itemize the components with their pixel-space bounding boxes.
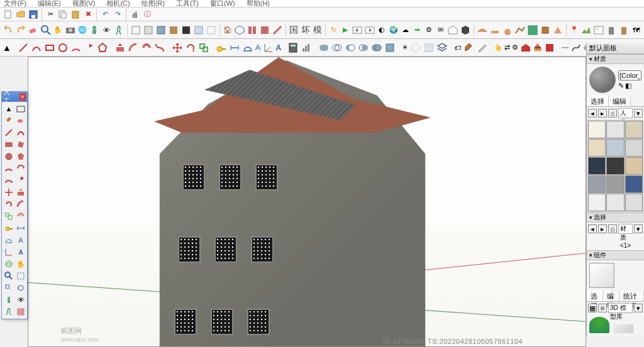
list-view-icon[interactable]: ≡: [598, 304, 607, 312]
scale-icon[interactable]: [3, 211, 14, 222]
tag-icon[interactable]: 🏷: [454, 41, 461, 55]
tape-icon[interactable]: [216, 41, 227, 55]
globe-icon[interactable]: 🌍: [389, 23, 399, 37]
tab-edit[interactable]: 编辑: [609, 96, 631, 106]
building-icon[interactable]: [606, 23, 617, 37]
position-camera-icon[interactable]: [3, 294, 14, 306]
style-mono-icon[interactable]: [180, 23, 192, 37]
polygon-icon[interactable]: [15, 151, 26, 162]
sandbox-4-icon[interactable]: [514, 23, 526, 37]
paste-icon[interactable]: [70, 9, 81, 20]
menu-file[interactable]: 文件(F): [4, 0, 26, 8]
look-around-icon[interactable]: 👁: [15, 294, 26, 306]
dropdown-arrow-icon[interactable]: ▾: [634, 224, 643, 233]
menu-tools[interactable]: 工具(T): [176, 0, 199, 8]
menu-help[interactable]: 帮助(H): [247, 0, 270, 8]
path-icon[interactable]: 〰: [562, 41, 569, 55]
ext-warehouse-icon[interactable]: [544, 41, 555, 55]
pie-icon[interactable]: [84, 41, 95, 55]
create-material-icon[interactable]: ✎: [618, 82, 624, 90]
color-building-icon[interactable]: [618, 23, 630, 37]
text-icon[interactable]: A: [255, 41, 261, 55]
settings-icon[interactable]: ⚙: [424, 23, 435, 37]
solid-subtract-icon[interactable]: [345, 41, 356, 55]
follow-me-icon[interactable]: [15, 199, 26, 210]
redo-icon[interactable]: [15, 23, 26, 37]
walk-icon[interactable]: [113, 23, 125, 37]
eraser-icon[interactable]: [28, 23, 39, 37]
component-item-tree[interactable]: [589, 317, 609, 333]
layers-icon[interactable]: [436, 41, 448, 55]
iso-icon[interactable]: [234, 23, 245, 37]
material-swatch[interactable]: [606, 139, 624, 157]
rectangle-icon[interactable]: [44, 41, 55, 55]
material-category-dropdown[interactable]: 人造表面: [618, 108, 633, 118]
fwd-arrow-icon[interactable]: ▸: [598, 224, 607, 233]
sandbox-2-icon[interactable]: [489, 23, 501, 37]
dimension-icon[interactable]: [229, 41, 240, 55]
material-swatch[interactable]: [606, 157, 624, 175]
solid-trim-icon[interactable]: [358, 41, 369, 55]
slideshow-back-icon[interactable]: [352, 23, 363, 37]
material-swatch[interactable]: [625, 175, 643, 193]
material-swatch[interactable]: [588, 139, 606, 157]
dropdown-arrow-icon[interactable]: ▾: [634, 304, 643, 312]
undo-icon[interactable]: [3, 23, 14, 37]
menu-window[interactable]: 窗口(W): [210, 0, 235, 8]
material-swatch[interactable]: [625, 139, 643, 157]
previous-view-icon[interactable]: [15, 282, 26, 294]
3d-text-icon[interactable]: A: [15, 246, 26, 258]
new-file-icon[interactable]: [3, 9, 14, 20]
rectangle-icon[interactable]: [3, 139, 14, 150]
style-shaded-icon[interactable]: [155, 23, 167, 37]
zh-tool-2-icon[interactable]: 坏: [301, 23, 311, 37]
solid-outer-icon[interactable]: [384, 41, 396, 55]
dropdown-arrow-icon[interactable]: ▾: [634, 109, 643, 118]
offset-icon[interactable]: [15, 211, 26, 222]
material-swatch[interactable]: [625, 194, 643, 211]
scale-icon[interactable]: [198, 41, 209, 55]
arc2-icon[interactable]: [15, 163, 26, 174]
text-label-icon[interactable]: A: [15, 234, 26, 246]
solid-split-icon[interactable]: [371, 41, 382, 55]
style-textured-icon[interactable]: [168, 23, 179, 37]
look-around-icon[interactable]: 👁: [101, 23, 112, 37]
large-toolset-panel[interactable]: 大工... × ▲ A A ✋ 👁: [1, 91, 28, 319]
select-section-header[interactable]: 选择: [587, 212, 644, 223]
dc-swap-icon[interactable]: ⇄: [504, 41, 510, 55]
home-icon[interactable]: ⌂: [608, 224, 617, 233]
paint-icon[interactable]: [463, 41, 474, 55]
calculator-icon[interactable]: [287, 41, 299, 55]
grid-view-icon[interactable]: ▦: [588, 304, 597, 312]
material-swatch[interactable]: [606, 175, 624, 193]
xray-icon[interactable]: [423, 41, 435, 55]
circle-icon[interactable]: [3, 151, 14, 162]
cut-icon[interactable]: ✂: [45, 9, 56, 20]
protractor-icon[interactable]: [242, 41, 253, 55]
material-swatch[interactable]: [588, 194, 606, 211]
image-icon[interactable]: [593, 23, 604, 37]
default-material-icon[interactable]: ◧: [625, 82, 631, 90]
rotate-icon[interactable]: [3, 199, 14, 210]
position-camera-icon[interactable]: [89, 23, 100, 37]
zoom-extents-icon[interactable]: [3, 282, 14, 294]
open-mail-icon[interactable]: [447, 23, 458, 37]
axes-icon[interactable]: [263, 41, 274, 55]
fwd-arrow-icon[interactable]: ▸: [598, 109, 607, 118]
line-icon[interactable]: [18, 41, 29, 55]
offset-icon[interactable]: [141, 41, 152, 55]
solid-intersect-icon[interactable]: [331, 41, 343, 55]
warehouse-icon[interactable]: [520, 41, 531, 55]
walk-icon[interactable]: [3, 306, 14, 317]
sandbox-7-icon[interactable]: [552, 23, 564, 37]
section-plane-icon[interactable]: [15, 306, 26, 317]
sandbox-3-icon[interactable]: [502, 23, 513, 37]
zh-tool-1-icon[interactable]: 国: [289, 23, 299, 37]
bezier-icon[interactable]: [570, 41, 582, 55]
shadow-icon[interactable]: ☀: [402, 41, 408, 55]
paint-bucket-icon[interactable]: [3, 115, 14, 126]
home-mat-icon[interactable]: ⌂: [608, 109, 617, 118]
eraser-icon[interactable]: [15, 115, 26, 126]
tab-select[interactable]: 选择: [587, 96, 609, 106]
components-section-header[interactable]: 组件: [587, 250, 644, 260]
